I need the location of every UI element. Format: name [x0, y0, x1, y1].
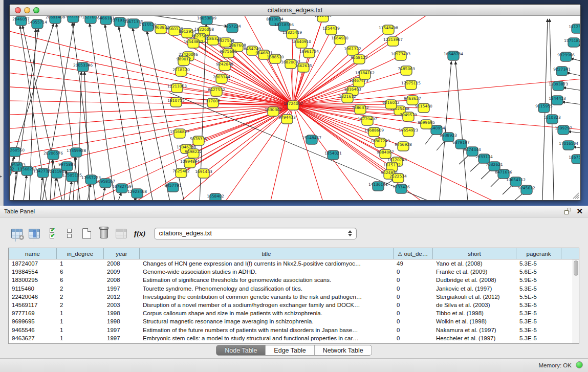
graph-node[interactable]: 9498222	[185, 149, 202, 158]
table-mode-button[interactable]	[10, 227, 24, 240]
graph-node[interactable]: 9245612	[518, 185, 535, 194]
graph-node[interactable]: 10653287	[63, 16, 83, 23]
graph-node[interactable]: 7949579	[400, 112, 417, 121]
graph-node[interactable]: 2718120	[172, 67, 190, 76]
graph-node[interactable]: 15751874	[564, 38, 580, 47]
graph-node[interactable]: 1599297	[555, 125, 572, 135]
show-columns-button[interactable]	[28, 227, 41, 240]
graph-edge[interactable]	[571, 58, 580, 63]
row-options-button[interactable]	[62, 227, 76, 240]
table-row[interactable]: 1830029562008Estimation of significance …	[9, 276, 579, 284]
graph-node[interactable]: 14055714	[28, 19, 47, 29]
graph-edge[interactable]	[102, 187, 105, 200]
tab-node-table[interactable]: Node Table	[216, 345, 266, 355]
column-header-short[interactable]: short	[433, 248, 516, 259]
delete-column-button[interactable]	[97, 227, 111, 240]
graph-node[interactable]: 7485063	[398, 66, 415, 75]
graph-node[interactable]: 989012	[177, 56, 191, 65]
graph-edge[interactable]	[562, 102, 580, 105]
graph-node[interactable]: 14136141	[368, 182, 388, 191]
select-columns-button[interactable]	[45, 227, 58, 240]
table-row[interactable]: 911546021997Tourette syndrome. Phenomeno…	[9, 285, 579, 293]
graph-node[interactable]: 17359928	[67, 148, 86, 157]
graph-node[interactable]: 2046057	[12, 16, 30, 26]
graph-node[interactable]: 1961372	[344, 46, 361, 55]
graph-node[interactable]: 1167533	[569, 155, 580, 164]
graph-node[interactable]: 2522534	[389, 173, 407, 183]
window-titlebar[interactable]: citations_edges.txt	[10, 5, 580, 16]
float-panel-icon[interactable]	[564, 208, 571, 214]
table-row[interactable]: 2242004622012Investigating the contribut…	[9, 293, 579, 301]
graph-node[interactable]: 917006	[206, 98, 221, 107]
graph-node[interactable]: 9115460	[415, 103, 432, 113]
tab-network-table[interactable]: Network Table	[315, 345, 372, 355]
function-builder-button[interactable]: f(x)	[134, 229, 146, 238]
graph-edge[interactable]	[10, 105, 293, 116]
graph-node[interactable]: 16648784	[444, 51, 463, 60]
network-view-window[interactable]: citations_edges.txt 20460571405571420691…	[9, 4, 581, 201]
graph-edge[interactable]	[10, 24, 293, 105]
graph-edge[interactable]	[550, 19, 554, 200]
graph-node[interactable]: 7357224	[224, 24, 241, 33]
graph-node[interactable]: 3915922	[10, 166, 14, 176]
panel-expand-arrow[interactable]: ▸	[0, 174, 2, 179]
graph-node[interactable]: 7625402	[172, 168, 190, 178]
graph-node[interactable]: 10688609	[364, 127, 384, 137]
graph-edge[interactable]	[293, 77, 580, 105]
table-selector-dropdown[interactable]: citations_edges.txt	[154, 228, 357, 239]
graph-edge[interactable]	[50, 159, 53, 200]
tab-edge-table[interactable]: Edge Table	[266, 345, 314, 355]
scrollbar-thumb[interactable]	[574, 260, 578, 276]
graph-edge[interactable]	[119, 27, 156, 200]
graph-node[interactable]: 9227341	[553, 67, 571, 76]
graph-edge[interactable]	[40, 177, 42, 200]
graph-node[interactable]: 13325419	[282, 30, 302, 39]
graph-node[interactable]: 11548498	[379, 25, 398, 34]
graph-node[interactable]: 1658402	[207, 193, 224, 200]
graph-node[interactable]: 1112303	[569, 24, 580, 33]
graph-edge[interactable]	[24, 175, 27, 200]
graph-edge[interactable]	[77, 72, 81, 200]
graph-node[interactable]: 1510323	[543, 115, 561, 124]
table-panel-titlebar[interactable]: Table Panel ✕	[0, 206, 588, 217]
column-header-name[interactable]: name	[9, 248, 57, 259]
graph-node[interactable]: 19654923	[399, 127, 418, 137]
column-header-year[interactable]: year	[104, 248, 140, 259]
graph-node[interactable]: 1812304	[314, 16, 332, 22]
graph-edge[interactable]	[105, 25, 138, 200]
network-canvas[interactable]: 2046057140557142069140610653287152760264…	[10, 16, 580, 200]
table-row[interactable]: 1872400712008Changes of HCN gene express…	[9, 259, 579, 268]
graph-edge[interactable]	[133, 28, 173, 200]
graph-edge[interactable]	[69, 181, 72, 200]
graph-node[interactable]: 25260550	[10, 147, 25, 157]
graph-edge[interactable]	[113, 105, 293, 200]
close-panel-icon[interactable]: ✕	[576, 208, 583, 214]
graph-node[interactable]: 20691406	[46, 16, 65, 24]
graph-edge[interactable]	[293, 16, 456, 105]
graph-node[interactable]: 17016504	[559, 141, 578, 150]
table-row[interactable]: 946554611997Estimation of the future num…	[9, 326, 579, 334]
graph-edge[interactable]	[118, 192, 121, 200]
table-row[interactable]: 946362711997Embryonic stem cells: a mode…	[9, 334, 579, 342]
create-column-button[interactable]	[80, 227, 93, 240]
graph-edge[interactable]	[54, 178, 56, 200]
node-attribute-table[interactable]: namein_degreeyeartitle△out_de…shortpager…	[8, 248, 579, 344]
graph-node[interactable]: 9558127	[351, 55, 368, 64]
graph-node[interactable]: 9115955	[535, 103, 553, 113]
column-header-title[interactable]: title	[140, 248, 394, 259]
window-resize-grip[interactable]	[572, 192, 579, 199]
graph-edge[interactable]	[193, 43, 293, 105]
table-row[interactable]: 1938455462009Genome-wide association stu…	[9, 268, 579, 276]
graph-node[interactable]: 9329966	[557, 52, 575, 61]
table-row[interactable]: 977716911998Corpus callosum shape and si…	[9, 309, 579, 317]
graph-edge[interactable]	[567, 73, 580, 77]
graph-node[interactable]: 16961724	[299, 49, 319, 58]
graph-node[interactable]: 5878335	[190, 136, 207, 145]
column-header-pagerank[interactable]: pagerank	[516, 248, 561, 259]
graph-edge[interactable]	[563, 87, 580, 92]
graph-node[interactable]: 12505135	[62, 172, 82, 182]
graph-edge[interactable]	[568, 132, 580, 134]
table-row[interactable]: 969969511998Structural magnetic resonanc…	[9, 317, 579, 325]
graph-node[interactable]: 10654112	[506, 177, 526, 186]
column-header-out_de[interactable]: △out_de…	[394, 248, 433, 259]
